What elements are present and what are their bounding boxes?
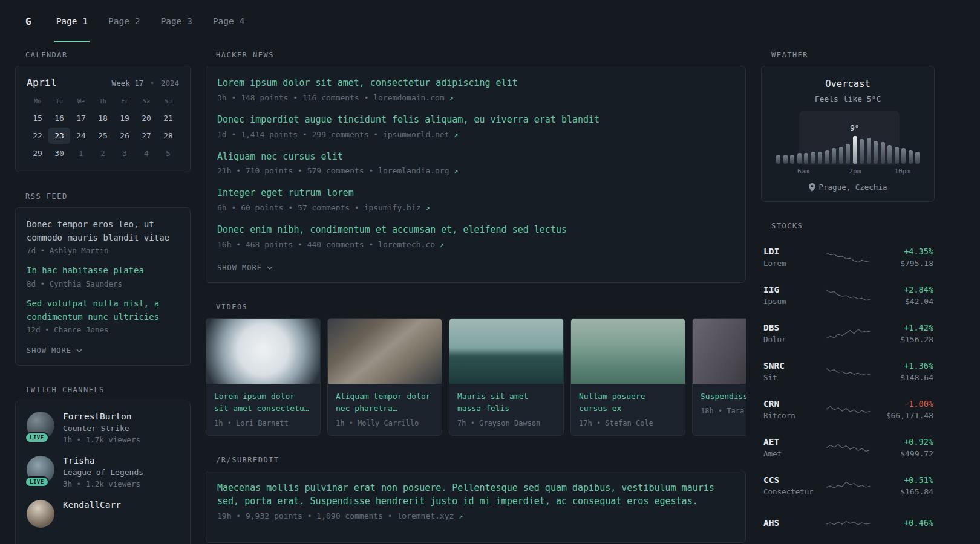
stock-name: Ipsum — [763, 297, 819, 306]
hn-item-domain-link[interactable]: ipsumify.biz — [364, 203, 421, 212]
hn-item-domain-link[interactable]: loremlandia.org — [378, 166, 449, 175]
hn-item-domain-link[interactable]: ipsumworld.net — [383, 130, 449, 139]
video-thumbnail[interactable] — [571, 319, 685, 384]
stock-name: Amet — [763, 449, 819, 458]
stock-row[interactable]: AHS +0.46% — [763, 505, 933, 543]
stock-change: +1.36% — [877, 361, 933, 371]
twitch-channel-row[interactable]: LIVE Trisha League of Legends 3h • 1.2k … — [27, 456, 179, 488]
videos-widget: VIDEOS Lorem ipsum dolor sit amet consec… — [206, 303, 746, 436]
video-title-link[interactable]: Mauris sit amet massa felis — [457, 390, 555, 415]
stock-row[interactable]: DBS Dolor +1.42% $156.28 — [763, 314, 933, 352]
hn-item-link[interactable]: Lorem ipsum dolor sit amet, consectetur … — [217, 77, 734, 90]
subreddit-post: Maecenas mollis pulvinar erat non posuer… — [217, 482, 734, 520]
video-thumbnail[interactable] — [693, 319, 746, 384]
twitch-channel-name[interactable]: Trisha — [63, 456, 143, 465]
stock-ticker: AET — [763, 437, 819, 447]
stock-row[interactable]: AET Amet +0.92% $499.72 — [763, 429, 933, 467]
calendar-day: 16 — [48, 110, 70, 126]
tab-page-2[interactable]: Page 2 — [106, 0, 142, 42]
stock-id: SNRC Sit — [763, 361, 819, 382]
twitch-channel-row[interactable]: LIVE ForrestBurton Counter-Strike 1h • 1… — [27, 412, 179, 444]
video-thumbnail[interactable] — [206, 319, 320, 384]
video-card: Mauris sit amet massa felis 7h • Grayson… — [449, 318, 564, 436]
stock-sparkline — [819, 440, 877, 456]
calendar-day: 25 — [92, 128, 114, 144]
twitch-channel-name[interactable]: KendallCarr — [63, 500, 121, 510]
stock-id: IIG Ipsum — [763, 285, 819, 306]
stock-values: +1.42% $156.28 — [877, 323, 933, 344]
video-thumbnail[interactable] — [328, 319, 442, 384]
stock-sparkline — [819, 288, 877, 303]
twitch-channel-name[interactable]: ForrestBurton — [63, 412, 140, 421]
stock-price: $499.72 — [877, 449, 933, 458]
weather-bar — [804, 153, 808, 164]
videos-widget-title: VIDEOS — [206, 303, 746, 311]
weather-location-label: Prague, Czechia — [819, 183, 887, 192]
video-title-link[interactable]: Suspendisse diam — [701, 390, 746, 403]
calendar-month: April — [27, 77, 57, 88]
hn-item: Donec imperdiet augue tincidunt felis al… — [217, 114, 734, 139]
tab-page-3[interactable]: Page 3 — [158, 0, 194, 42]
calendar-day-header: Tu — [48, 96, 70, 109]
hn-item-domain-link[interactable]: loremdomain.com — [373, 93, 444, 102]
rss-item-link[interactable]: In hac habitasse platea — [27, 264, 179, 277]
stocks-list: LDI Lorem +4.35% $795.18 IIG Ipsum — [761, 237, 935, 543]
stock-row[interactable]: CRN Bitcorn -1.00% $66,171.48 — [763, 390, 933, 429]
weather-bar — [881, 142, 885, 164]
hn-item-link[interactable]: Donec enim nibh, condimentum et accumsan… — [217, 224, 734, 237]
tab-page-4[interactable]: Page 4 — [211, 0, 246, 42]
video-title-link[interactable]: Nullam posuere cursus ex — [579, 390, 677, 415]
calendar-widget: CALENDAR April Week 17 • 2024 MoTuWeThFr… — [15, 51, 191, 172]
hn-item-link[interactable]: Aliquam nec cursus elit — [217, 151, 734, 164]
live-badge: LIVE — [25, 432, 49, 443]
weather-condition: Overcast — [774, 79, 922, 89]
stock-id: LDI Lorem — [763, 247, 819, 268]
stock-row[interactable]: CCS Consectetur +0.51% $165.84 — [763, 467, 933, 505]
hacker-news-widget-title: HACKER NEWS — [206, 51, 746, 59]
rss-show-more-button[interactable]: SHOW MORE — [27, 346, 82, 355]
stock-row[interactable]: SNRC Sit +1.36% $148.64 — [763, 352, 933, 390]
live-badge: LIVE — [25, 476, 49, 487]
stock-change: +0.92% — [877, 437, 933, 447]
chevron-down-icon — [267, 266, 273, 270]
weather-bar — [901, 148, 906, 164]
rss-card: Donec tempor eros leo, ut commodo mauris… — [15, 207, 191, 366]
twitch-channel-game: Counter-Strike — [63, 424, 140, 433]
calendar-day: 29 — [27, 145, 48, 161]
external-link-icon: ↗ — [449, 94, 454, 102]
video-thumbnail[interactable] — [449, 319, 563, 384]
chevron-down-icon — [76, 349, 82, 352]
twitch-channel-row[interactable]: KendallCarr — [27, 500, 179, 528]
weather-bar — [776, 155, 780, 164]
calendar-year: 2024 — [161, 79, 179, 88]
tab-page-1[interactable]: Page 1 — [54, 0, 90, 42]
rss-item-link[interactable]: Sed volutpat nulla nisl, a condimentum n… — [27, 297, 179, 323]
weather-bar — [887, 145, 892, 164]
video-card-body: Mauris sit amet massa felis 7h • Grayson… — [449, 384, 563, 435]
weather-bar — [790, 155, 794, 164]
stock-row[interactable]: LDI Lorem +4.35% $795.18 — [763, 238, 933, 276]
location-pin-icon — [809, 183, 815, 192]
calendar-day-header: Sa — [136, 96, 157, 109]
weather-card: Overcast Feels like 5°C 9° 6am 2pm 10pm … — [761, 66, 935, 202]
subreddit-post-link[interactable]: Maecenas mollis pulvinar erat non posuer… — [217, 482, 734, 508]
hn-item-link[interactable]: Integer eget rutrum lorem — [217, 187, 734, 200]
hn-item-link[interactable]: Donec imperdiet augue tincidunt felis al… — [217, 114, 734, 127]
calendar-day: 26 — [114, 128, 136, 144]
video-title-link[interactable]: Aliquam tempor dolor nec pharetra… — [336, 390, 434, 415]
video-meta: 17h • Stefan Cole — [579, 419, 677, 427]
subreddit-domain-link[interactable]: loremnet.xyz — [397, 511, 454, 520]
calendar-widget-title: CALENDAR — [15, 51, 191, 59]
video-title-link[interactable]: Lorem ipsum dolor sit amet consectetu… — [214, 390, 312, 415]
hn-show-more-button[interactable]: SHOW MORE — [217, 264, 273, 272]
rss-item-link[interactable]: Donec tempor eros leo, ut commodo mauris… — [27, 218, 179, 244]
stock-row[interactable]: IIG Ipsum +2.84% $42.04 — [763, 276, 933, 314]
video-card-body: Nullam posuere cursus ex 17h • Stefan Co… — [571, 384, 685, 435]
show-more-label: SHOW MORE — [27, 346, 71, 355]
subreddit-post-meta: 19h • 9,932 points • 1,090 comments • lo… — [217, 511, 734, 520]
hn-item-meta: 1d • 1,414 points • 299 comments • ipsum… — [217, 130, 734, 139]
hn-item-domain-link[interactable]: loremtech.co — [378, 240, 435, 249]
stock-ticker: IIG — [763, 285, 819, 294]
avatar[interactable] — [27, 500, 54, 528]
stock-price: $156.28 — [877, 335, 933, 344]
